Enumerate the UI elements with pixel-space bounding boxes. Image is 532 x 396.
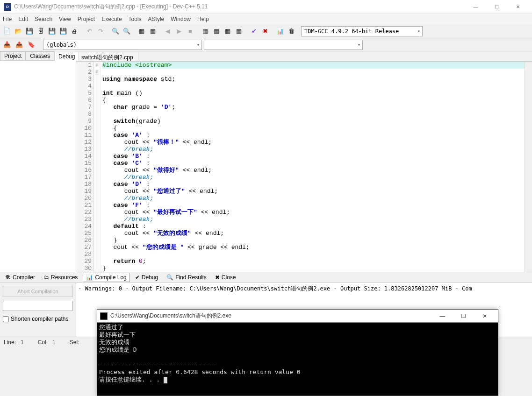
run-icon[interactable]: ▦: [148, 26, 158, 36]
bottom-tab-compile-log[interactable]: 📊Compile Log: [83, 273, 129, 282]
bottom-tab-close[interactable]: ✖Close: [212, 273, 239, 282]
member-select[interactable]: [204, 40, 363, 50]
forward-icon[interactable]: ▶: [174, 26, 184, 36]
save-all-icon[interactable]: 🗄: [36, 26, 46, 36]
console-icon: [100, 312, 108, 320]
code-editor[interactable]: 1234567891011121314151617181920212223242…: [76, 62, 532, 272]
debug-del-icon[interactable]: 🗑: [286, 26, 296, 36]
compiler-select[interactable]: TDM-GCC 4.9.2 64-bit Release: [301, 26, 423, 36]
compile-icon[interactable]: ▦: [137, 26, 147, 36]
undo-icon[interactable]: ↶: [84, 26, 94, 36]
toolbar-scope: 📥 📤 🔖 (globals): [0, 38, 532, 51]
new-file-icon[interactable]: 📄: [2, 26, 12, 36]
left-tabs: ProjectClassesDebug: [0, 51, 76, 61]
console-title: C:\Users\Wang\Documents\switch语句的例2.exe: [110, 312, 432, 320]
titlebar: D C:\Users\Wang\Documents\switch语句的例2.cp…: [0, 0, 532, 14]
debug-stop-icon[interactable]: ✖: [260, 26, 270, 36]
console-window[interactable]: C:\Users\Wang\Documents\switch语句的例2.exe …: [97, 309, 498, 396]
app-icon: D: [4, 3, 11, 11]
menu-view[interactable]: View: [59, 16, 71, 22]
compile-filter-input[interactable]: [3, 301, 73, 311]
open-icon[interactable]: 📂: [13, 26, 23, 36]
menu-tools[interactable]: Tools: [129, 16, 142, 22]
bottom-tab-debug[interactable]: ✔Debug: [132, 273, 161, 282]
save-project-icon[interactable]: 💾: [58, 26, 68, 36]
debug-check-icon[interactable]: ✔: [249, 26, 259, 36]
menu-astyle[interactable]: AStyle: [148, 16, 165, 22]
menu-execute[interactable]: Execute: [101, 16, 122, 22]
goto-next-icon[interactable]: 📤: [14, 40, 24, 50]
minimize-button[interactable]: —: [465, 0, 486, 14]
console-output: 您通过了 最好再试一下 无效的成绩 您的成绩是 D --------------…: [97, 323, 498, 384]
left-tab-classes[interactable]: Classes: [26, 51, 54, 60]
menu-window[interactable]: Window: [171, 16, 191, 22]
window-title: C:\Users\Wang\Documents\switch语句的例2.cpp …: [14, 3, 465, 11]
rebuild-icon[interactable]: ▦: [211, 26, 222, 36]
redo-icon[interactable]: ↷: [95, 26, 106, 36]
bottom-tab-resources[interactable]: 🗂Resources: [40, 273, 81, 282]
abort-compilation-button: Abort Compilation: [3, 286, 73, 297]
left-tab-project[interactable]: Project: [0, 51, 26, 60]
console-minimize-button[interactable]: —: [432, 310, 453, 323]
left-tab-debug[interactable]: Debug: [54, 52, 79, 61]
left-panel: ProjectClassesDebug: [0, 51, 76, 272]
console-maximize-button[interactable]: ☐: [453, 310, 474, 323]
editor-scrollbar[interactable]: [525, 62, 532, 272]
menu-search[interactable]: Search: [35, 16, 52, 22]
profile-icon[interactable]: 📊: [275, 26, 285, 36]
save-icon[interactable]: 💾: [24, 26, 35, 36]
close-button[interactable]: ✕: [507, 0, 528, 14]
menu-edit[interactable]: Edit: [18, 16, 28, 22]
back-icon[interactable]: ◀: [163, 26, 173, 36]
stop-icon[interactable]: ■: [185, 26, 195, 36]
bottom-tab-find-results[interactable]: 🔍Find Results: [163, 273, 210, 282]
menu-help[interactable]: Help: [197, 16, 209, 22]
bottom-tab-compiler[interactable]: 🛠Compiler: [2, 273, 38, 282]
replace-icon[interactable]: 🔍: [122, 26, 132, 36]
menu-file[interactable]: File: [3, 16, 12, 22]
shorten-paths-checkbox[interactable]: Shorten compiler paths: [3, 316, 73, 322]
compile-run-icon[interactable]: ▦: [200, 26, 210, 36]
toolbar-main: 📄 📂 💾 🗄 💾 💾 🖨 ↶ ↷ 🔍 🔍 ▦ ▦ ◀ ▶ ■ ▦ ▦ ▦ ▦ …: [0, 24, 532, 38]
goto-prev-icon[interactable]: 📥: [2, 40, 12, 50]
print-icon[interactable]: 🖨: [69, 26, 79, 36]
bottom-tabs: 🛠Compiler🗂Resources📊Compile Log✔Debug🔍Fi…: [0, 272, 532, 283]
compile2-icon[interactable]: ▦: [223, 26, 233, 36]
maximize-button[interactable]: ☐: [486, 0, 507, 14]
save-as-icon[interactable]: 💾: [47, 26, 57, 36]
bookmark-icon[interactable]: 🔖: [26, 40, 36, 50]
scope-select[interactable]: (globals): [43, 40, 202, 50]
file-tabs: switch语句的例2.cpp: [76, 51, 532, 62]
menubar: FileEditSearchViewProjectExecuteToolsASt…: [0, 14, 532, 24]
menu-project[interactable]: Project: [78, 16, 95, 22]
find-icon[interactable]: 🔍: [110, 26, 121, 36]
console-close-button[interactable]: ✕: [474, 310, 495, 323]
file-tab[interactable]: switch语句的例2.cpp: [76, 52, 138, 61]
console-titlebar[interactable]: C:\Users\Wang\Documents\switch语句的例2.exe …: [97, 310, 498, 323]
rebuild2-icon[interactable]: ▦: [234, 26, 244, 36]
